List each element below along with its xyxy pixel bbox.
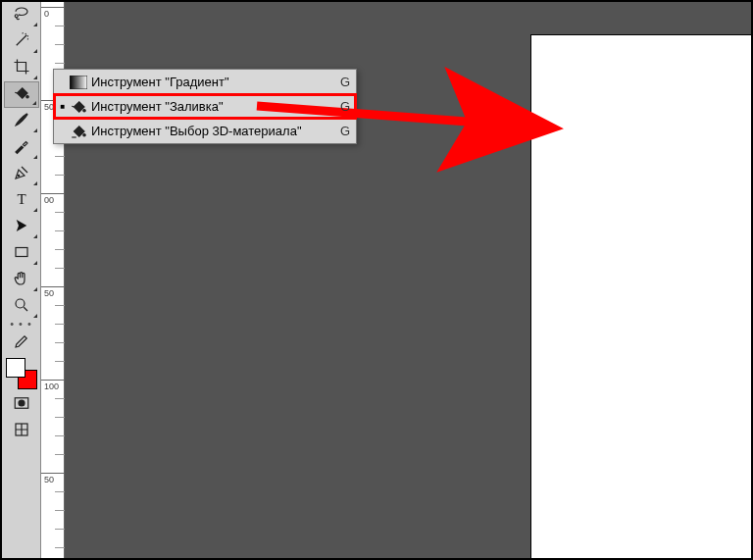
svg-point-5 <box>16 299 25 308</box>
canvas-document[interactable] <box>531 35 753 560</box>
flyout-item-gradient-tool[interactable]: Инструмент "Градиент" G <box>54 70 356 94</box>
type-tool[interactable]: T <box>4 187 39 214</box>
ruler-minor-tick <box>55 44 65 45</box>
ruler-minor-tick <box>55 230 65 231</box>
toolbar-separator-dots: • • • <box>10 320 32 328</box>
ruler-minor-tick <box>55 417 65 418</box>
grid-icon <box>13 421 30 441</box>
hand-tool[interactable] <box>4 267 39 293</box>
ruler-minor-tick <box>55 305 65 306</box>
ruler-minor-tick <box>55 361 65 362</box>
hand-icon <box>13 270 30 290</box>
flyout-item-material-drop-tool[interactable]: Инструмент "Выбор 3D-материала" G <box>54 119 356 143</box>
svg-rect-4 <box>16 248 27 257</box>
ruler-minor-tick <box>55 156 65 157</box>
ruler-tick: 0 <box>41 7 64 19</box>
zoom-icon <box>13 296 30 317</box>
bucket3d-icon <box>68 123 89 140</box>
ruler-minor-tick <box>55 249 65 250</box>
ruler-minor-tick <box>55 510 65 511</box>
magic-wand-tool[interactable] <box>4 28 39 55</box>
tool-flyout-menu: Инструмент "Градиент" G ■ Инструмент "За… <box>53 69 357 144</box>
path-selection-tool[interactable] <box>4 214 39 240</box>
ruler-minor-tick <box>55 435 65 436</box>
selected-indicator: ■ <box>58 102 68 111</box>
toolbar: T• • • <box>2 2 41 558</box>
svg-point-0 <box>15 15 18 18</box>
svg-point-11 <box>83 133 85 135</box>
brush-tool[interactable] <box>4 108 39 134</box>
svg-point-10 <box>83 109 85 111</box>
ruler-minor-tick <box>55 491 65 492</box>
bucket-icon <box>13 84 30 105</box>
pen-icon <box>13 164 30 184</box>
paint-bucket-tool[interactable] <box>4 81 39 108</box>
color-swatches[interactable] <box>4 356 39 391</box>
flyout-label: Инструмент "Заливка" <box>89 99 334 114</box>
ruler-minor-tick <box>55 398 65 399</box>
ruler-minor-tick <box>55 63 65 64</box>
ruler-minor-tick <box>55 529 65 530</box>
svg-rect-9 <box>70 76 87 89</box>
T-icon: T <box>13 190 30 211</box>
lasso-tool[interactable] <box>4 2 39 28</box>
svg-text:T: T <box>17 191 25 207</box>
gradient-icon <box>68 76 89 89</box>
wand-icon <box>13 31 30 52</box>
ruler-tick: 100 <box>41 380 64 391</box>
flyout-shortcut: G <box>334 75 350 89</box>
ruler-minor-tick <box>55 25 65 26</box>
svg-point-1 <box>25 96 27 98</box>
ruler-minor-tick <box>55 268 65 269</box>
crop-icon <box>13 58 30 78</box>
mask-icon <box>13 394 30 415</box>
edit-toolbar-toggle[interactable] <box>4 328 39 354</box>
ruler-minor-tick <box>55 175 65 176</box>
ruler-minor-tick <box>55 324 65 325</box>
ruler-minor-tick <box>55 547 65 548</box>
rectangle-tool[interactable] <box>4 240 39 267</box>
flyout-shortcut: G <box>334 99 350 114</box>
svg-point-2 <box>18 175 20 177</box>
flyout-label: Инструмент "Выбор 3D-материала" <box>89 124 334 138</box>
eyedrop-icon <box>13 137 30 158</box>
flyout-item-paint-bucket-tool[interactable]: ■ Инструмент "Заливка" G <box>54 94 356 119</box>
grid-mode-button[interactable] <box>4 418 39 444</box>
mask-mode-button[interactable] <box>4 391 39 418</box>
flyout-shortcut: G <box>334 124 350 138</box>
ruler-minor-tick <box>55 212 65 213</box>
lasso-icon <box>13 5 30 25</box>
pen-tool[interactable] <box>4 161 39 187</box>
ruler-minor-tick <box>55 454 65 455</box>
ruler-minor-tick <box>55 342 65 343</box>
crop-tool[interactable] <box>4 55 39 81</box>
brush-icon <box>13 111 30 131</box>
rect-icon <box>13 243 30 264</box>
flyout-label: Инструмент "Градиент" <box>89 75 334 89</box>
ruler-tick: 50 <box>41 286 64 298</box>
bucket-icon <box>68 98 89 116</box>
eyedropper-tool[interactable] <box>4 134 39 161</box>
svg-point-7 <box>19 400 25 406</box>
foreground-color-swatch[interactable] <box>6 358 25 378</box>
ruler-tick: 50 <box>41 473 64 484</box>
zoom-tool[interactable] <box>4 293 39 320</box>
arrow-icon <box>13 217 30 237</box>
ruler-tick: 00 <box>41 193 64 205</box>
